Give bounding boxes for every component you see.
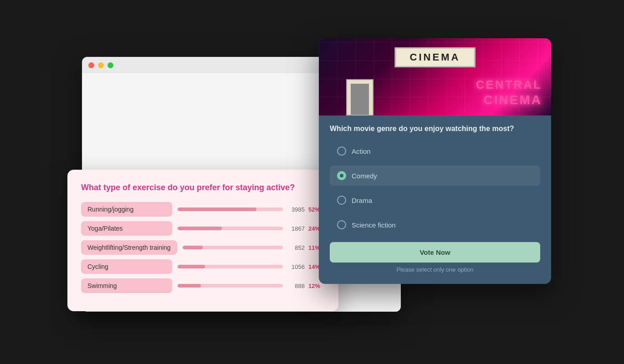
poll-bar-fill: [178, 284, 201, 288]
cinema-poll-body: Which movie genre do you enjoy watching …: [319, 116, 551, 284]
exercise-poll-card: What type of exercise do you prefer for …: [67, 170, 338, 311]
poll-bar-bg: [178, 265, 283, 268]
poll-count: 1867: [286, 225, 305, 232]
cinema-poll-card: CINEMA CENTRAL CINEMA Which movie genre …: [319, 38, 551, 284]
poll-row[interactable]: Yoga/Pilates 1867 24%: [81, 221, 325, 236]
radio-label-action: Action: [352, 147, 371, 155]
poll-bar-bg: [183, 246, 283, 249]
poll-bar-fill: [178, 227, 222, 230]
poll-bar-fill: [183, 246, 203, 249]
cinema-sign-container: CINEMA CENTRAL CINEMA: [319, 38, 551, 116]
poll-count: 3985: [286, 206, 305, 213]
exercise-poll-rows: Running/jogging 3985 52% Yoga/Pilates 18…: [81, 202, 325, 293]
radio-option-action[interactable]: Action: [330, 141, 540, 161]
cinema-poll-question: Which movie genre do you enjoy watching …: [330, 125, 540, 133]
close-button-dot[interactable]: [88, 62, 94, 68]
vote-hint: Please select only one option: [330, 266, 540, 273]
maximize-button-dot[interactable]: [107, 62, 113, 68]
poll-bar-bg: [178, 207, 283, 211]
poll-bar-bg: [178, 284, 283, 288]
poll-bar-area: 3985 52%: [178, 206, 325, 213]
poll-bar-area: 852 11%: [183, 244, 325, 251]
poll-row[interactable]: Cycling 1056 14%: [81, 259, 325, 274]
poll-option-button[interactable]: Cycling: [81, 259, 172, 274]
poll-count: 888: [286, 283, 305, 289]
poll-bar-bg: [178, 227, 283, 230]
cinema-poll-options: Action Comedy Drama Science fiction: [330, 141, 540, 235]
radio-option-sci-fi[interactable]: Science fiction: [330, 215, 540, 235]
poll-bar-area: 1867 24%: [178, 225, 325, 232]
radio-circle-sci-fi: [337, 220, 346, 229]
neon-cinema-sign: CINEMA: [484, 93, 542, 107]
radio-circle-comedy: [337, 171, 346, 180]
poll-option-button[interactable]: Running/jogging: [81, 202, 172, 217]
cinema-top-sign: CINEMA: [395, 47, 476, 67]
radio-option-drama[interactable]: Drama: [330, 190, 540, 210]
radio-label-drama: Drama: [352, 197, 372, 204]
poll-option-button[interactable]: Swimming: [81, 278, 172, 293]
poll-pct: 12%: [308, 283, 325, 289]
poll-bar-area: 1056 14%: [178, 263, 325, 270]
poll-bar-fill: [178, 265, 205, 268]
poll-option-button[interactable]: Weightlifting/Strength training: [81, 240, 177, 255]
poll-row[interactable]: Weightlifting/Strength training 852 11%: [81, 240, 325, 255]
poll-count: 1056: [286, 263, 305, 270]
radio-label-sci-fi: Science fiction: [352, 221, 396, 229]
exercise-poll-title: What type of exercise do you prefer for …: [81, 182, 325, 193]
neon-central-sign: CENTRAL: [476, 79, 542, 91]
poll-option-button[interactable]: Yoga/Pilates: [81, 221, 172, 236]
poll-bar-area: 888 12%: [178, 283, 325, 289]
cinema-door-inner: [351, 84, 369, 115]
vote-now-button[interactable]: Vote Now: [330, 242, 540, 263]
radio-circle-drama: [337, 196, 346, 205]
radio-label-comedy: Comedy: [352, 172, 377, 180]
poll-row[interactable]: Running/jogging 3985 52%: [81, 202, 325, 217]
radio-circle-action: [337, 147, 346, 156]
radio-option-comedy[interactable]: Comedy: [330, 166, 540, 186]
poll-count: 852: [286, 244, 305, 251]
minimize-button-dot[interactable]: [98, 62, 104, 68]
poll-row[interactable]: Swimming 888 12%: [81, 278, 325, 293]
poll-bar-fill: [178, 207, 256, 211]
cinema-door: [346, 79, 373, 116]
cinema-image: CINEMA CENTRAL CINEMA: [319, 38, 551, 116]
